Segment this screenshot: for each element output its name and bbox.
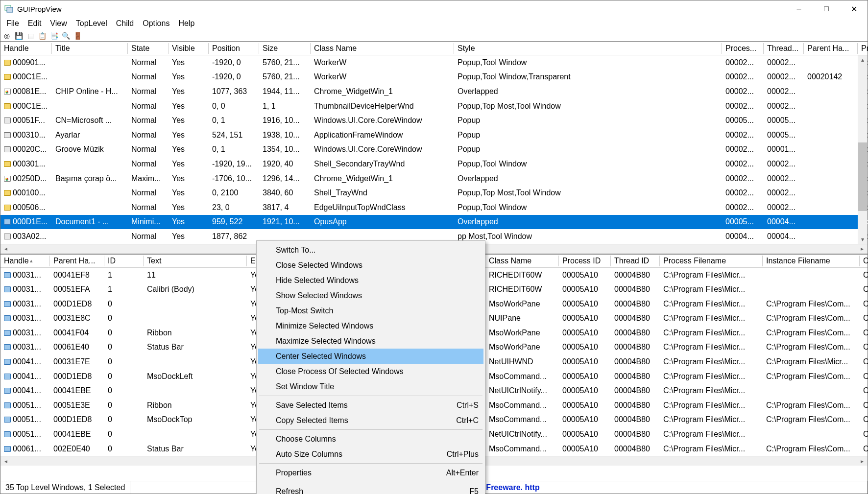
- table-row[interactable]: 000901...NormalYes-1920, 05760, 21...Wor…: [0, 55, 868, 70]
- table-row[interactable]: 000D1E...Document1 - ...Minimi...Yes959,…: [0, 215, 868, 230]
- column-header[interactable]: Thread ID: [611, 255, 660, 267]
- column-header[interactable]: Thread...: [764, 42, 804, 55]
- props-icon[interactable]: 📑: [49, 31, 58, 40]
- menu-item[interactable]: Copy Selected ItemsCtrl+C: [258, 413, 483, 428]
- save-icon[interactable]: 💾: [14, 31, 23, 40]
- window-icon: [4, 190, 11, 196]
- column-header[interactable]: Proces...: [722, 42, 764, 55]
- table-row[interactable]: 000C1E...NormalYes0, 01, 1ThumbnailDevic…: [0, 99, 868, 114]
- column-header[interactable]: Proce▴: [858, 42, 868, 55]
- top-level-windows-table[interactable]: HandleTitleStateVisiblePositionSizeClass…: [0, 42, 868, 254]
- copy-icon[interactable]: 📋: [38, 31, 47, 40]
- table-cell: 00005A10: [559, 415, 611, 424]
- close-button[interactable]: ✕: [840, 0, 868, 17]
- column-header[interactable]: Parent Ha...: [804, 42, 858, 55]
- table-row[interactable]: 000301...NormalYes-1920, 19...1920, 40Sh…: [0, 157, 868, 171]
- table-cell: 00002...: [722, 131, 764, 140]
- table-cell: Popup,Tool Window: [454, 203, 722, 212]
- table-cell: C:\Program Files\Micr...: [660, 357, 763, 366]
- menu-view[interactable]: View: [46, 18, 71, 29]
- menu-file[interactable]: File: [2, 18, 23, 29]
- window-icon: [4, 402, 11, 408]
- table-cell: 00051...: [0, 415, 50, 424]
- menu-options[interactable]: Options: [139, 18, 173, 29]
- column-header[interactable]: State: [128, 42, 169, 55]
- table-cell: Overlapped: [454, 217, 722, 226]
- menu-item[interactable]: Close Process Of Selected Windows: [258, 364, 483, 379]
- menu-item[interactable]: PropertiesAlt+Enter: [258, 465, 483, 480]
- table-row[interactable]: 00081E...CHIP Online - H...NormalYes1077…: [0, 84, 868, 99]
- table-cell: 00031...: [0, 329, 50, 337]
- menu-item[interactable]: RefreshF5: [258, 484, 483, 494]
- find-icon[interactable]: 🔍: [61, 31, 70, 40]
- column-header[interactable]: Parent Ha...: [50, 255, 104, 267]
- exit-icon[interactable]: 🚪: [73, 31, 82, 40]
- table-cell: C:\F: [860, 415, 868, 424]
- column-header[interactable]: Handle: [0, 42, 52, 55]
- table-cell: 0: [104, 314, 144, 323]
- table-row[interactable]: 00020C...Groove MüzikNormalYes0, 11354, …: [0, 142, 868, 157]
- table-cell: 00004...: [764, 232, 804, 241]
- menu-item[interactable]: Switch To...: [258, 242, 483, 258]
- table-cell: CN=Microsoft ...: [52, 116, 128, 125]
- minimize-button[interactable]: –: [785, 0, 813, 17]
- table-cell: 00005A10: [559, 300, 611, 308]
- maximize-button[interactable]: □: [813, 0, 840, 17]
- menu-item[interactable]: Show Selected Windows: [258, 288, 483, 303]
- menu-item[interactable]: Choose Columns: [258, 431, 483, 447]
- menu-item[interactable]: Save Selected ItemsCtrl+S: [258, 398, 483, 413]
- menu-help[interactable]: Help: [174, 18, 198, 29]
- table-cell: OpusApp: [311, 217, 454, 226]
- column-header[interactable]: Cla: [860, 255, 868, 267]
- table-row[interactable]: 000100...NormalYes0, 21003840, 60Shell_T…: [0, 186, 868, 200]
- table-cell: Popup: [454, 131, 722, 140]
- scroll-down-button[interactable]: ▾: [858, 235, 867, 244]
- table-row[interactable]: 00051F...CN=Microsoft ...NormalYes0, 119…: [0, 113, 868, 128]
- table-cell: 000D1ED8: [50, 372, 104, 381]
- column-header[interactable]: Style: [454, 42, 722, 55]
- menu-child[interactable]: Child: [112, 18, 138, 29]
- list-icon[interactable]: ▤: [26, 31, 35, 40]
- menubar[interactable]: FileEditViewTopLevelChildOptionsHelp: [0, 17, 868, 30]
- table-cell: 00005A10: [559, 372, 611, 381]
- table-cell: MsoWorkPane: [485, 329, 559, 337]
- window-icon: [4, 74, 11, 80]
- column-header[interactable]: Handle▴: [0, 255, 50, 267]
- menu-item[interactable]: Close Selected Windows: [258, 258, 483, 273]
- table-row[interactable]: 000506...NormalYes23, 03817, 4EdgeUiInpu…: [0, 200, 868, 215]
- table-cell: C:\Program Files\Micr...: [660, 271, 763, 280]
- column-header[interactable]: ID: [104, 255, 144, 267]
- column-header[interactable]: Class Name: [485, 255, 559, 267]
- scroll-up-button[interactable]: ▴: [858, 55, 867, 64]
- menu-item[interactable]: Maximize Selected Windows: [258, 333, 483, 349]
- target-icon[interactable]: ◎: [2, 31, 11, 40]
- table-cell: 000C1E...: [0, 102, 52, 111]
- column-header[interactable]: Process Filename: [660, 255, 763, 267]
- column-header[interactable]: Position: [209, 42, 259, 55]
- column-header[interactable]: Process ID: [559, 255, 611, 267]
- menu-item[interactable]: Auto Size ColumnsCtrl+Plus: [258, 447, 483, 462]
- menu-item[interactable]: Minimize Selected Windows: [258, 318, 483, 333]
- table-row[interactable]: 00250D...Başıma çorap ö...Maxim...Yes-17…: [0, 171, 868, 186]
- context-menu[interactable]: Switch To...Close Selected WindowsHide S…: [256, 240, 485, 494]
- table-cell: 1944, 11...: [259, 87, 311, 96]
- table-row[interactable]: 000C1E...NormalYes-1920, 05760, 21...Wor…: [0, 70, 868, 85]
- scroll-thumb[interactable]: [858, 142, 867, 211]
- column-header[interactable]: Title: [52, 42, 128, 55]
- menu-item[interactable]: Hide Selected Windows: [258, 273, 483, 288]
- menu-item[interactable]: Top-Most Switch: [258, 303, 483, 318]
- table-row[interactable]: 000310...AyarlarNormalYes524, 1511938, 1…: [0, 128, 868, 142]
- menu-edit[interactable]: Edit: [24, 18, 46, 29]
- column-header[interactable]: Instance Filename: [763, 255, 860, 267]
- column-header[interactable]: Class Name: [311, 42, 454, 55]
- menu-item[interactable]: Center Selected Windows: [258, 349, 483, 364]
- column-header[interactable]: Visible: [169, 42, 209, 55]
- menu-toplevel[interactable]: TopLevel: [72, 18, 111, 29]
- table-cell: 1920, 40: [259, 160, 311, 168]
- column-header[interactable]: Size: [259, 42, 311, 55]
- table-cell: C:\F: [860, 372, 868, 381]
- menu-item[interactable]: Set Window Title: [258, 379, 483, 394]
- table-cell: 000506...: [0, 203, 52, 212]
- table-cell: 00002...: [764, 102, 804, 111]
- column-header[interactable]: Text: [144, 255, 247, 267]
